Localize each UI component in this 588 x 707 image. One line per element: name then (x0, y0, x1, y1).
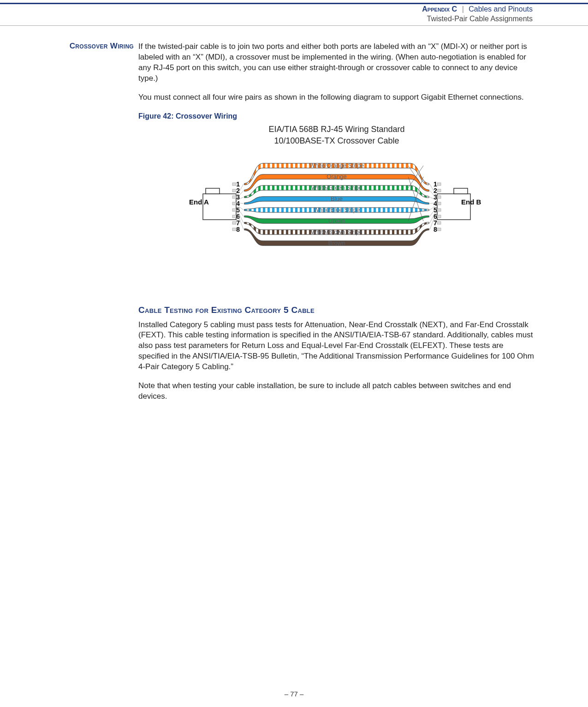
document-page: Appendix C | Cables and Pinouts Twisted-… (0, 0, 588, 707)
body-column: If the twisted-pair cable is to join two… (138, 42, 535, 410)
svg-rect-23 (454, 188, 468, 194)
svg-rect-17 (232, 202, 236, 205)
svg-rect-15 (232, 189, 236, 192)
svg-rect-19 (232, 215, 236, 218)
figure-caption: Figure 42: Crossover Wiring (138, 111, 535, 121)
para-testing-2: Note that when testing your cable instal… (138, 381, 535, 402)
svg-rect-30 (437, 222, 441, 224)
svg-rect-31 (437, 228, 441, 231)
svg-rect-26 (437, 196, 441, 198)
running-header: Appendix C | Cables and Pinouts Twisted-… (422, 5, 533, 24)
diagram-container: EIA/TIA 568B RJ-45 Wiring Standard 10/10… (175, 124, 498, 286)
para-testing-1: Installed Category 5 cabling must pass t… (138, 320, 535, 373)
pin-b-8: 8 (434, 226, 437, 233)
svg-rect-25 (437, 189, 441, 192)
svg-rect-24 (437, 183, 441, 186)
pin-a-8: 8 (236, 226, 240, 233)
wire-label-3: White/Green Stripe (311, 184, 362, 191)
wire-label-7: White/Brown Stripe (311, 228, 362, 235)
wire-label-4: Blue (331, 195, 343, 202)
wire-label-5: White/Blue Stripe (314, 206, 360, 213)
wire-label-8: Brown (328, 240, 345, 246)
header-rule-top (0, 3, 588, 4)
para-crossover-2: You must connect all four wire pairs as … (138, 92, 535, 103)
header-subsection: Twisted-Pair Cable Assignments (422, 14, 533, 24)
label-end-b: End B (461, 198, 481, 206)
diagram-title-line1: EIA/TIA 568B RJ-45 Wiring Standard (268, 125, 404, 134)
page-number: – 77 – (285, 690, 304, 698)
section-crossover-wiring: Crossover Wiring If the twisted-pair cab… (51, 42, 535, 410)
label-end-a: End A (189, 198, 209, 206)
wire-label-6: Green (328, 217, 345, 224)
header-appendix: Appendix C (422, 5, 457, 13)
svg-rect-16 (232, 196, 236, 198)
side-heading-crossover: Crossover Wiring (51, 42, 138, 51)
diagram-title: EIA/TIA 568B RJ-45 Wiring Standard 10/10… (175, 124, 498, 146)
header-rule-bottom (0, 25, 588, 26)
diagram-title-line2: 10/100BASE-TX Crossover Cable (274, 136, 399, 145)
svg-rect-29 (437, 215, 441, 218)
svg-rect-20 (232, 222, 236, 224)
svg-rect-13 (206, 188, 220, 194)
page-footer: – 77 – (0, 690, 588, 698)
svg-rect-21 (232, 228, 236, 231)
header-chapter: Cables and Pinouts (469, 5, 533, 13)
header-separator: | (462, 5, 464, 13)
content-area: Crossover Wiring If the twisted-pair cab… (51, 42, 535, 410)
wire-label-1: White/Orange Stripe (309, 162, 364, 169)
svg-rect-28 (437, 209, 441, 211)
svg-rect-18 (232, 209, 236, 211)
svg-rect-27 (437, 202, 441, 205)
para-crossover-1: If the twisted-pair cable is to join two… (138, 42, 535, 84)
subheading-cable-testing: Cable Testing for Existing Category 5 Ca… (138, 304, 535, 316)
wiring-diagram: White/Orange StripeOrangeWhite/Green Str… (175, 152, 498, 286)
wire-label-2: Orange (327, 173, 346, 180)
svg-rect-14 (232, 183, 236, 186)
